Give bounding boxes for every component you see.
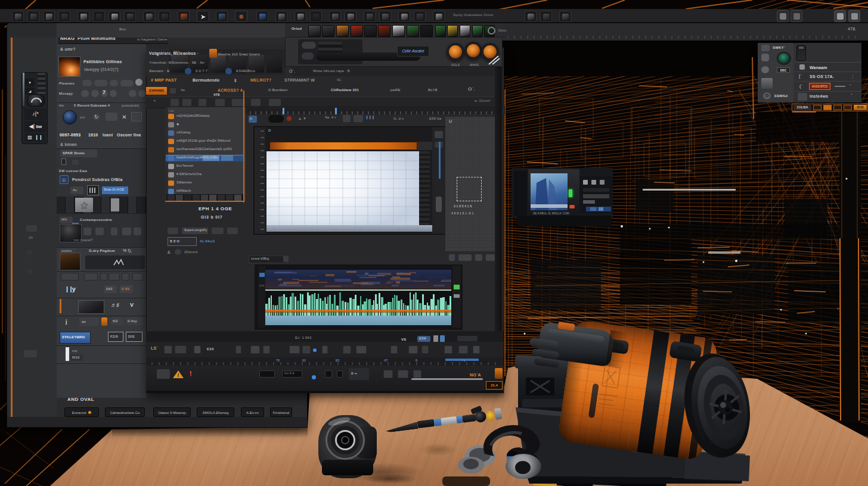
- svg-text:!: !: [178, 372, 179, 378]
